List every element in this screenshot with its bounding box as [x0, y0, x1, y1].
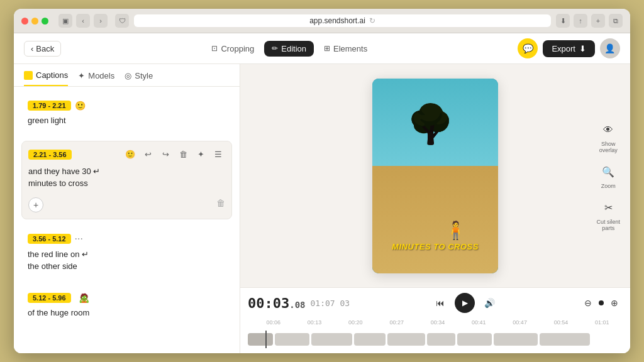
time-badge-3[interactable]: 3.56 - 5.12 — [28, 234, 71, 244]
security-icon: 🛡 — [115, 14, 129, 28]
panel-tabs: Captions ✦ Models ◎ Style — [14, 64, 240, 87]
delete-caption-button[interactable]: 🗑 — [176, 148, 190, 162]
app-container: ‹ Back ⊡ Cropping ✏ Edition ⊞ Elements — [14, 33, 630, 353]
align-button[interactable]: ☰ — [211, 148, 225, 162]
caption-text-4[interactable]: of the huge room — [28, 307, 226, 319]
timeline-segments — [248, 333, 623, 346]
zoom-label: Zoom — [601, 182, 616, 189]
list-item: 1.79 - 2.21 🙂 green light — [21, 94, 232, 133]
skip-back-button[interactable]: ⏮ — [432, 295, 448, 311]
tab-captions[interactable]: Captions — [24, 70, 68, 86]
timeline-segment[interactable] — [248, 333, 273, 346]
address-bar[interactable]: app.sendshort.ai ↻ — [134, 14, 551, 27]
minimize-button[interactable] — [31, 18, 38, 25]
time-badge-2[interactable]: 2.21 - 3.56 — [28, 150, 72, 160]
total-time-display: 01:07 03 — [311, 299, 350, 308]
captions-list: 1.79 - 2.21 🙂 green light 2.21 - 3.56 🙂 … — [14, 87, 240, 353]
video-area: 🌳 🧍 MINUTES TO CROSS 👁 Showoverlay 🔍 — [240, 64, 630, 287]
url-text: app.sendshort.ai — [309, 16, 365, 25]
tab-models[interactable]: ✦ Models — [78, 70, 114, 86]
user-avatar[interactable]: 👤 — [600, 38, 620, 58]
grid-icon: ⊞ — [324, 44, 330, 53]
zoom-button[interactable]: 🔍 Zoom — [599, 163, 617, 189]
undo-button[interactable]: ↩ — [141, 148, 155, 162]
emoji-ctrl-button[interactable]: 🙂 — [123, 148, 137, 162]
tab-style[interactable]: ◎ Style — [125, 70, 153, 86]
add-caption-button[interactable]: + — [28, 197, 43, 212]
maximize-button[interactable] — [42, 18, 48, 25]
cut-silent-button[interactable]: ✂ Cut silentparts — [596, 199, 620, 231]
tab-edition-label: Edition — [281, 44, 306, 53]
side-controls: 👁 Showoverlay 🔍 Zoom ✂ Cut silentparts — [596, 121, 620, 231]
current-time-decimal: .08 — [289, 300, 305, 310]
close-button[interactable] — [21, 18, 28, 25]
timeline-controls: ⏮ ▶ 🔊 — [432, 293, 497, 313]
tab-elements[interactable]: ⊞ Elements — [316, 41, 375, 57]
tab-models-label: Models — [88, 71, 114, 80]
character-visual: 🧍 — [445, 220, 467, 241]
emoji-icon-1: 🙂 — [75, 101, 86, 111]
download-icon[interactable]: ⬇ — [556, 14, 570, 28]
timeline-ruler: 00:06 00:13 00:20 00:27 00:34 00:41 00:4… — [248, 317, 623, 328]
list-item: 5.12 - 5.96 🧟 of the huge room — [21, 287, 232, 326]
timeline-segment[interactable] — [427, 333, 455, 346]
captions-icon — [24, 71, 33, 80]
avatar-icon: 👤 — [604, 43, 615, 53]
tab-edition[interactable]: ✏ Edition — [264, 41, 314, 57]
forward-browser-button[interactable]: › — [94, 14, 108, 28]
export-button[interactable]: Export ⬇ — [543, 40, 595, 57]
traffic-lights — [21, 18, 48, 25]
caption-header-3: 3.56 - 5.12 ··· — [28, 233, 226, 244]
sidebar-toggle-button[interactable]: ▣ — [58, 14, 72, 28]
back-button[interactable]: ‹ Back — [24, 41, 61, 57]
emoji-icon-4: 🧟 — [79, 293, 89, 303]
timeline-segment[interactable] — [275, 333, 309, 346]
timeline-segment[interactable] — [387, 333, 425, 346]
show-overlay-button[interactable]: 👁 Showoverlay — [599, 121, 618, 153]
caption-text-3[interactable]: the red line on ↵the other side — [28, 248, 226, 273]
trash-icon[interactable]: 🗑 — [216, 198, 225, 208]
redo-button[interactable]: ↪ — [158, 148, 172, 162]
share-icon[interactable]: ↑ — [574, 14, 587, 28]
zoom-controls: ⊖ ⊕ — [580, 295, 623, 311]
caption-text-2[interactable]: and they have 30 ↵minutes to cross — [28, 165, 225, 190]
time-badge-4[interactable]: 5.12 - 5.96 — [28, 293, 71, 303]
browser-chrome: ▣ ‹ › 🛡 app.sendshort.ai ↻ ⬇ ↑ + ⧉ — [14, 9, 630, 33]
timeline-segment[interactable] — [494, 333, 538, 346]
play-button[interactable]: ▶ — [455, 293, 475, 313]
tab-elements-label: Elements — [333, 44, 367, 53]
ruler-mark: 00:27 — [376, 319, 417, 326]
zoom-in-button[interactable]: ⊕ — [606, 295, 623, 311]
windows-icon[interactable]: ⧉ — [609, 14, 623, 28]
zoom-out-button[interactable]: ⊖ — [580, 295, 596, 311]
export-label: Export — [552, 44, 575, 53]
main-content: Captions ✦ Models ◎ Style 1.7 — [14, 64, 630, 353]
tab-cropping[interactable]: ⊡ Cropping — [204, 41, 262, 57]
ruler-mark: 00:54 — [540, 319, 581, 326]
ruler-mark: 00:41 — [458, 319, 499, 326]
caption-text-1[interactable]: green light — [28, 114, 226, 127]
timeline-header: 00:03.08 01:07 03 ⏮ ▶ 🔊 ⊖ — [248, 293, 623, 313]
back-browser-button[interactable]: ‹ — [76, 14, 90, 28]
timeline-segment[interactable] — [354, 333, 386, 346]
export-icon: ⬇ — [579, 44, 586, 53]
video-preview: 🌳 🧍 MINUTES TO CROSS — [372, 79, 498, 273]
chat-bubble-button[interactable]: 💬 — [518, 38, 538, 58]
refresh-icon[interactable]: ↻ — [369, 16, 375, 25]
bubble-icon: 💬 — [523, 43, 533, 53]
timeline-segment[interactable] — [540, 333, 590, 346]
ruler-mark: 00:13 — [294, 319, 335, 326]
sparkle-button[interactable]: ✦ — [194, 148, 208, 162]
volume-button[interactable]: 🔊 — [481, 295, 497, 311]
list-item: 2.21 - 3.56 🙂 ↩ ↪ 🗑 ✦ ☰ and they have 30… — [21, 141, 232, 219]
timeline-segment[interactable] — [457, 333, 492, 346]
ruler-mark: 01:01 — [582, 319, 623, 326]
more-options-icon-3[interactable]: ··· — [75, 233, 83, 244]
timeline-track[interactable] — [248, 331, 623, 348]
time-badge-1[interactable]: 1.79 - 2.21 — [28, 101, 71, 111]
pen-icon: ✏ — [272, 44, 278, 53]
new-tab-icon[interactable]: + — [591, 14, 605, 28]
ruler-mark: 00:47 — [499, 319, 540, 326]
current-time-display: 00:03.08 — [248, 295, 306, 311]
timeline-segment[interactable] — [311, 333, 352, 346]
